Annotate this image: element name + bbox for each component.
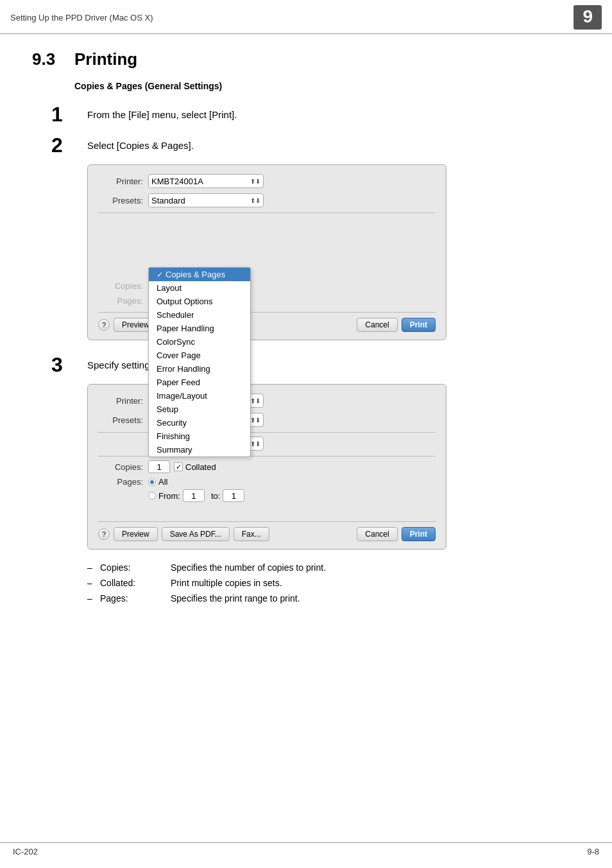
header-title: Setting Up the PPD Driver (Mac OS X) [10, 13, 153, 22]
dialog1-print-button[interactable]: Print [402, 318, 436, 332]
main-content: 9.3 Printing Copies & Pages (General Set… [0, 34, 612, 634]
dialog2-copies-label: Copies: [98, 462, 143, 472]
step-2-text: Select [Copies & Pages]. [87, 134, 194, 153]
dialog-2: Printer: KMBT24001A ⬆⬇ Presets: Standard… [87, 384, 446, 550]
dialog2-copies-row: Copies: 1 ✓ Collated [98, 460, 436, 473]
dialog1-presets-label: Presets: [98, 196, 143, 205]
dialog2-pages-from-row[interactable]: From: 1 to: 1 [148, 489, 248, 502]
dialog2-savepdf-button[interactable]: Save As PDF... [162, 527, 230, 541]
dialog1-dropdown-output[interactable]: Output Options [149, 295, 250, 308]
dialog1-printer-row: Printer: KMBT24001A ⬆⬇ [98, 174, 436, 188]
dialog1-dropdown-layout[interactable]: Layout [149, 281, 250, 295]
bullet-desc-pages: Specifies the print range to print. [171, 593, 300, 603]
step-2: 2 Select [Copies & Pages]. [51, 134, 580, 155]
dialog1-dropdown-finishing[interactable]: Finishing [149, 430, 250, 443]
step-3: 3 Specify settings for the following: [51, 353, 580, 375]
bullet-dash-2: – [87, 578, 100, 588]
step-2-number: 2 [51, 134, 87, 155]
dialog2-printer-arrow: ⬆⬇ [250, 397, 260, 404]
dialog2-collated-checkbox[interactable]: ✓ Collated [174, 462, 216, 472]
bullet-term-copies: Copies: [100, 562, 171, 573]
dialog2-pages-to-input[interactable]: 1 [223, 489, 244, 502]
footer-right: 9-8 [587, 847, 599, 856]
dialog2-pages-label: Pages: [98, 477, 143, 487]
dialog2-preview-button[interactable]: Preview [114, 527, 158, 541]
dialog2-print-button[interactable]: Print [402, 527, 436, 541]
dialog1-dropdown-copies-pages[interactable]: ✓ Copies & Pages [149, 268, 250, 281]
dialog2-pages-all-label: All [158, 477, 167, 487]
step-1: 1 From the [File] menu, select [Print]. [51, 103, 580, 125]
dialog1-dropdown-paper-handling[interactable]: Paper Handling [149, 322, 250, 335]
bullet-term-pages: Pages: [100, 593, 171, 603]
pages-all-radio[interactable] [148, 478, 156, 486]
dialog2-spacer [98, 508, 436, 515]
header-bar: Setting Up the PPD Driver (Mac OS X) 9 [0, 0, 612, 34]
dialog1-dropdown-menu[interactable]: ✓ Copies & Pages Layout Output Options S… [148, 267, 251, 457]
section-heading: 9.3 Printing [32, 49, 580, 69]
dialog2-pages-from-label: From: [158, 491, 180, 501]
bullet-item-pages: – Pages: Specifies the print range to pr… [87, 593, 580, 603]
dialog2-help-button[interactable]: ? [98, 528, 110, 540]
dialog1-presets-value: Standard [151, 196, 185, 205]
dialog1-dropdown-selected: Copies & Pages [166, 270, 225, 279]
pages-all-radio-dot [150, 480, 154, 484]
dialog2-bottom-bar: ? Preview Save As PDF... Fax... Cancel P… [98, 521, 436, 541]
footer-left: IC-202 [13, 847, 38, 856]
dialog1-printer-select[interactable]: KMBT24001A ⬆⬇ [148, 174, 264, 188]
dialog2-pages-to-label: to: [211, 491, 220, 501]
section-number: 9.3 [32, 49, 64, 69]
dialog1-dropdown-colorsync[interactable]: ColorSync [149, 335, 250, 349]
chapter-badge: 9 [574, 5, 602, 30]
bullet-dash-3: – [87, 593, 100, 603]
sub-heading: Copies & Pages (General Settings) [74, 81, 580, 91]
dialog1-dropdown-error-handling[interactable]: Error Handling [149, 362, 250, 376]
dialog1-copies-label: Copies: [98, 281, 143, 291]
dialog2-pages-all-row[interactable]: All [148, 477, 248, 487]
dialog1-printer-label: Printer: [98, 177, 143, 186]
bullet-desc-copies: Specifies the number of copies to print. [171, 562, 326, 573]
dialog2-copies-input[interactable]: 1 [148, 460, 170, 473]
pages-from-radio[interactable] [148, 492, 156, 499]
dialog1-presets-row: Presets: Standard ⬆⬇ [98, 193, 436, 207]
step-1-text: From the [File] menu, select [Print]. [87, 103, 237, 123]
footer: IC-202 9-8 [0, 842, 612, 856]
dialog2-fax-button[interactable]: Fax... [234, 527, 269, 541]
dialog1-pages-label: Pages: [98, 296, 143, 306]
dialog2-presets-arrow: ⬆⬇ [250, 417, 260, 424]
bullet-list: – Copies: Specifies the number of copies… [87, 562, 580, 603]
dialog1-presets-arrow: ⬆⬇ [250, 197, 260, 204]
dialog1-dropdown-cover-page[interactable]: Cover Page [149, 349, 250, 362]
dialog1-dropdown-scheduler[interactable]: Scheduler [149, 308, 250, 322]
bullet-item-copies: – Copies: Specifies the number of copies… [87, 562, 580, 573]
bullet-item-collated: – Collated: Print multiple copies in set… [87, 578, 580, 588]
bullet-dash-1: – [87, 562, 100, 573]
dialog1-presets-select[interactable]: Standard ⬆⬇ [148, 193, 264, 207]
dialog1-dropdown-setup[interactable]: Setup [149, 403, 250, 416]
dialog2-cancel-button[interactable]: Cancel [357, 527, 397, 541]
dialog1-bottom-right: Cancel Print [357, 318, 436, 332]
dialog2-presets-label: Presets: [98, 415, 143, 425]
dialog2-pages-from-input[interactable]: 1 [183, 489, 205, 502]
section-title: Printing [74, 49, 137, 69]
dialog1-dropdown-image-layout[interactable]: Image/Layout [149, 389, 250, 403]
dialog1-help-button[interactable]: ? [98, 319, 110, 331]
dialog2-pages-area: Pages: All From: 1 to: 1 [98, 477, 436, 505]
dialog2-printer-label: Printer: [98, 396, 143, 406]
step-1-number: 1 [51, 103, 87, 125]
collated-checkbox-icon[interactable]: ✓ [174, 462, 183, 471]
dialog1-dropdown-summary[interactable]: Summary [149, 443, 250, 456]
bullet-desc-collated: Print multiple copies in sets. [171, 578, 282, 588]
dialog2-pages-options: All From: 1 to: 1 [148, 477, 248, 505]
dialog-1: Printer: KMBT24001A ⬆⬇ Presets: Standard… [87, 164, 446, 340]
dialog1-dropdown-security[interactable]: Security [149, 416, 250, 430]
dialog1-printer-value: KMBT24001A [151, 177, 203, 186]
dialog1-divider [98, 213, 436, 213]
bullet-term-collated: Collated: [100, 578, 171, 588]
dialog2-panel-arrow: ⬆⬇ [250, 440, 260, 447]
dialog1-cancel-button[interactable]: Cancel [357, 318, 397, 332]
dialog2-bottom-right: Cancel Print [357, 527, 436, 541]
step-3-number: 3 [51, 353, 87, 375]
dialog1-dropdown-paper-feed[interactable]: Paper Feed [149, 376, 250, 389]
dialog2-collated-label: Collated [185, 462, 216, 472]
dialog1-printer-arrow: ⬆⬇ [250, 178, 260, 185]
